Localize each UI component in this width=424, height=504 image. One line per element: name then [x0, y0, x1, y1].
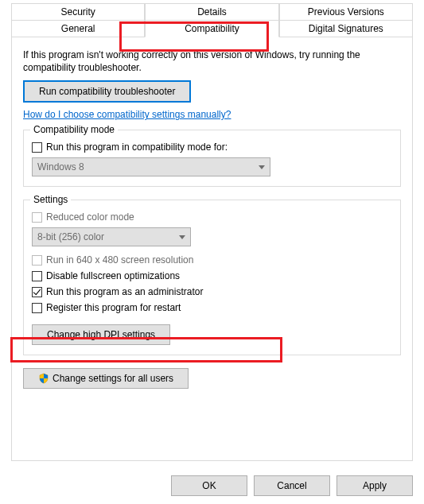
run-compatibility-troubleshooter-button[interactable]: Run compatibility troubleshooter — [23, 80, 191, 103]
checkbox-disable-fullscreen[interactable] — [32, 271, 42, 281]
button-label: Change settings for all users — [53, 373, 173, 384]
change-settings-all-users-button[interactable]: Change settings for all users — [23, 368, 189, 389]
checkbox-640x480 — [32, 255, 42, 266]
checkbox-label: Run this program as an administrator — [46, 286, 203, 297]
tab-panel-compatibility: If this program isn't working correctly … — [11, 37, 413, 461]
checkbox-run-as-admin[interactable] — [32, 287, 42, 297]
shield-icon — [38, 373, 49, 384]
groupbox-title: Settings — [30, 194, 71, 205]
apply-button[interactable]: Apply — [336, 475, 413, 496]
tab-label: Digital Signatures — [309, 23, 383, 34]
checkbox-label: Run this program in compatibility mode f… — [46, 142, 228, 153]
groupbox-settings: Settings Reduced color mode 8-bit (256) … — [23, 200, 401, 355]
tab-details[interactable]: Details — [145, 3, 278, 20]
combo-value: Windows 8 — [37, 161, 84, 173]
tab-security[interactable]: Security — [11, 3, 145, 20]
tab-compatibility[interactable]: Compatibility — [145, 20, 278, 37]
combo-color-mode: 8-bit (256) color — [32, 227, 191, 246]
combo-os-version[interactable]: Windows 8 — [32, 157, 270, 176]
chevron-down-icon — [259, 165, 265, 169]
chevron-down-icon — [179, 235, 185, 239]
checkbox-reduced-color — [32, 212, 42, 223]
groupbox-compatibility-mode: Compatibility mode Run this program in c… — [23, 130, 401, 187]
tab-digital-signatures[interactable]: Digital Signatures — [279, 20, 413, 37]
groupbox-title: Compatibility mode — [30, 124, 118, 135]
checkbox-label: Reduced color mode — [46, 211, 134, 223]
tab-label: Compatibility — [185, 23, 239, 34]
cancel-button[interactable]: Cancel — [254, 475, 330, 496]
tab-previous-versions[interactable]: Previous Versions — [279, 3, 413, 20]
tab-label: Security — [60, 6, 95, 17]
checkbox-compat-mode[interactable] — [32, 142, 42, 153]
checkbox-register-restart[interactable] — [32, 303, 42, 313]
tab-strip: Security Details Previous Versions Gener… — [0, 0, 424, 461]
ok-button[interactable]: OK — [171, 475, 247, 496]
checkbox-label: Register this program for restart — [46, 302, 181, 313]
tab-label: Details — [197, 6, 227, 17]
manual-settings-link[interactable]: How do I choose compatibility settings m… — [23, 109, 231, 120]
checkbox-label: Run in 640 x 480 screen resolution — [46, 254, 193, 266]
change-high-dpi-button[interactable]: Change high DPI settings — [32, 324, 170, 345]
tab-general[interactable]: General — [11, 20, 145, 37]
combo-value: 8-bit (256) color — [37, 231, 104, 242]
intro-text: If this program isn't working correctly … — [23, 48, 401, 74]
dialog-button-row: OK Cancel Apply — [171, 475, 413, 496]
checkbox-label: Disable fullscreen optimizations — [46, 270, 180, 281]
tab-label: General — [61, 23, 95, 34]
tab-label: Previous Versions — [308, 6, 384, 17]
